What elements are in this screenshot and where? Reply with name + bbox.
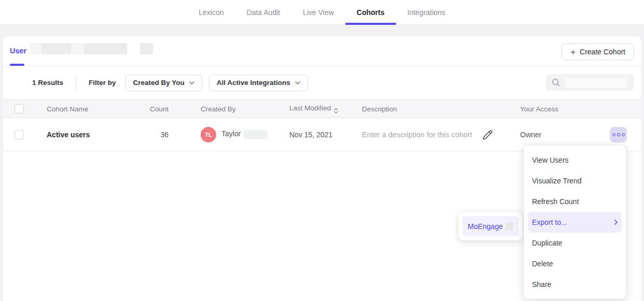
toolbar-left-group: 1 Results Filter by Created By You All A… xyxy=(32,66,315,99)
redacted-block xyxy=(71,43,84,54)
moengage-label: MoEngage xyxy=(468,222,503,231)
row-more-actions-button[interactable] xyxy=(610,127,627,142)
filter-by-label: Filter by xyxy=(89,79,116,87)
your-access-value: Owner xyxy=(520,131,541,139)
table-header-row: Cohort Name Count Created By Last Modifi… xyxy=(3,99,641,118)
created-by-name: Taylor xyxy=(221,130,268,139)
toolbar-divider xyxy=(76,76,76,90)
redacted-block xyxy=(506,222,513,230)
header-your-access[interactable]: Your Access xyxy=(520,105,558,112)
cohort-name[interactable]: Active users xyxy=(47,131,90,139)
create-cohort-label: Create Cohort xyxy=(580,48,625,56)
menu-item-share[interactable]: Share xyxy=(524,274,626,295)
nav-tab-lexicon[interactable]: Lexicon xyxy=(199,0,223,25)
avatar: TL xyxy=(201,127,216,142)
redacted-block xyxy=(244,130,268,139)
results-count: 1 Results xyxy=(32,79,63,87)
nav-tab-data-audit[interactable]: Data Audit xyxy=(247,0,281,25)
header-last-modified-label: Last Modified xyxy=(289,104,331,111)
nav-tab-cohorts[interactable]: Cohorts xyxy=(357,0,385,25)
cohort-count: 36 xyxy=(135,131,169,139)
top-navigation-bar: Lexicon Data Audit Live View Cohorts Int… xyxy=(0,0,644,25)
menu-item-refresh-count[interactable]: Refresh Count xyxy=(524,191,626,212)
export-to-label: Export to... xyxy=(532,218,567,226)
row-context-menu: View Users Visualize Trend Refresh Count… xyxy=(524,146,626,299)
tab-user-underline xyxy=(10,64,24,66)
sort-icon[interactable] xyxy=(334,108,338,113)
chevron-down-icon xyxy=(189,81,194,84)
menu-item-duplicate[interactable]: Duplicate xyxy=(524,233,626,253)
nav-tab-integrations[interactable]: Integrations xyxy=(408,0,445,25)
menu-item-export-to[interactable]: Export to... xyxy=(528,212,622,233)
redacted-block xyxy=(84,43,127,54)
toolbar: 1 Results Filter by Created By You All A… xyxy=(3,66,641,99)
redacted-block xyxy=(565,78,627,88)
menu-item-visualize-trend[interactable]: Visualize Trend xyxy=(524,170,626,191)
pencil-icon xyxy=(482,129,493,140)
created-by-filter-dropdown[interactable]: Created By You xyxy=(125,75,202,91)
export-submenu: MoEngage xyxy=(458,212,523,240)
dots-icon xyxy=(622,133,625,136)
created-by-cell: TL Taylor xyxy=(201,127,268,142)
edit-description-button[interactable] xyxy=(482,129,493,140)
redacted-block xyxy=(30,43,41,54)
description-placeholder[interactable]: Enter a description for this cohort xyxy=(362,131,472,139)
chevron-down-icon xyxy=(295,81,300,84)
menu-item-view-users[interactable]: View Users xyxy=(524,150,626,170)
dots-icon xyxy=(612,133,615,136)
header-created-by[interactable]: Created By xyxy=(201,105,236,112)
row-checkbox[interactable] xyxy=(15,130,24,139)
select-all-checkbox[interactable] xyxy=(15,104,24,113)
cohort-type-tabs: User + Create Cohort xyxy=(3,36,641,66)
plus-icon: + xyxy=(570,48,576,56)
header-description[interactable]: Description xyxy=(362,105,397,112)
header-last-modified[interactable]: Last Modified xyxy=(289,104,338,113)
created-by-filter-label: Created By You xyxy=(133,79,185,87)
header-count[interactable]: Count xyxy=(135,105,169,112)
integrations-filter-label: All Active Integrations xyxy=(217,79,290,87)
create-cohort-button[interactable]: + Create Cohort xyxy=(562,44,634,60)
chevron-right-icon xyxy=(614,220,618,225)
tab-user[interactable]: User xyxy=(10,47,26,55)
search-icon xyxy=(551,78,561,87)
menu-item-delete[interactable]: Delete xyxy=(524,253,626,274)
submenu-item-moengage[interactable]: MoEngage xyxy=(463,216,519,236)
header-cohort-name[interactable]: Cohort Name xyxy=(47,105,88,112)
search-input[interactable] xyxy=(546,74,634,91)
cohorts-page: Lexicon Data Audit Live View Cohorts Int… xyxy=(0,0,644,301)
redacted-block xyxy=(140,43,153,54)
redacted-block xyxy=(41,43,71,54)
dots-icon xyxy=(617,133,620,136)
last-modified-value: Nov 15, 2021 xyxy=(289,131,332,139)
nav-tab-live-view[interactable]: Live View xyxy=(303,0,334,25)
integrations-filter-dropdown[interactable]: All Active Integrations xyxy=(209,75,308,91)
